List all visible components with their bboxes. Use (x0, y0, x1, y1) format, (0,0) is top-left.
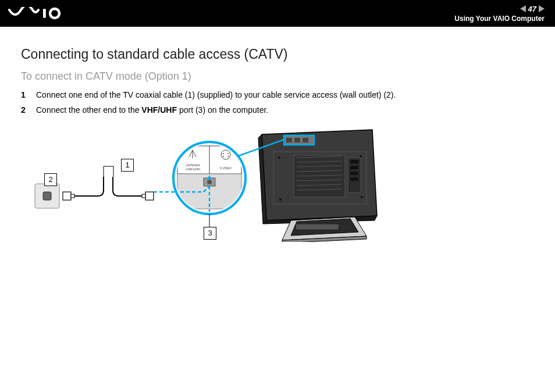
section-label: Using Your VAIO Computer (454, 15, 545, 23)
callout-1: 1 (121, 159, 134, 172)
svg-rect-5 (71, 194, 74, 198)
svg-rect-6 (145, 192, 154, 200)
step-text: Connect the other end to the VHF/UHF por… (36, 104, 268, 117)
svg-point-13 (223, 153, 224, 154)
page-heading: Connecting to standard cable access (CAT… (21, 47, 534, 62)
svg-rect-3 (43, 192, 51, 200)
page-number: 47 (528, 5, 536, 13)
step-number: 2 (21, 104, 29, 117)
svideo-label: S VIDEO (220, 166, 232, 170)
step-2: 2 Connect the other end to the VHF/UHF p… (21, 104, 534, 117)
callout-3: 3 (204, 227, 216, 240)
svg-rect-40 (350, 166, 358, 169)
svg-rect-7 (142, 194, 145, 198)
svg-rect-22 (294, 138, 300, 142)
svg-point-14 (227, 153, 229, 154)
svg-point-16 (227, 156, 229, 157)
svg-rect-43 (296, 224, 339, 230)
pager: 47 (520, 5, 545, 13)
header-bar: 47 Using Your VAIO Computer (0, 0, 555, 27)
svg-point-26 (360, 155, 362, 158)
svg-rect-42 (350, 177, 358, 181)
svg-point-1 (50, 9, 59, 18)
antenna-label: ANTENNA (186, 163, 201, 167)
next-page-icon[interactable] (539, 5, 545, 12)
page-content: Connecting to standard cable access (CAT… (0, 27, 555, 242)
page-subheading: To connect in CATV mode (Option 1) (21, 70, 534, 83)
steps-list: 1 Connect one end of the TV coaxial cabl… (21, 88, 534, 117)
svg-point-27 (279, 198, 282, 201)
svg-point-28 (361, 196, 363, 198)
svg-point-19 (207, 180, 212, 184)
svg-rect-41 (350, 172, 358, 175)
header-right: 47 Using Your VAIO Computer (454, 5, 545, 23)
svg-point-15 (223, 156, 224, 157)
svg-rect-23 (303, 138, 308, 142)
callout-2: 2 (44, 173, 57, 186)
vhf-uhf-label: (VHF/UHF) (186, 168, 201, 171)
svg-point-25 (278, 156, 280, 159)
vaio-logo (8, 7, 78, 20)
step-1: 1 Connect one end of the TV coaxial cabl… (21, 88, 534, 102)
step-number: 1 (21, 88, 29, 102)
svg-rect-21 (286, 138, 292, 142)
svg-rect-39 (350, 160, 358, 163)
prev-page-icon[interactable] (520, 5, 526, 12)
step-text: Connect one end of the TV coaxial cable … (36, 88, 396, 102)
svg-rect-4 (63, 192, 71, 200)
connection-diagram: ANTENNA (VHF/UHF) S VIDEO (29, 126, 384, 242)
svg-rect-0 (43, 9, 46, 17)
vaio-logo-svg (8, 7, 78, 20)
